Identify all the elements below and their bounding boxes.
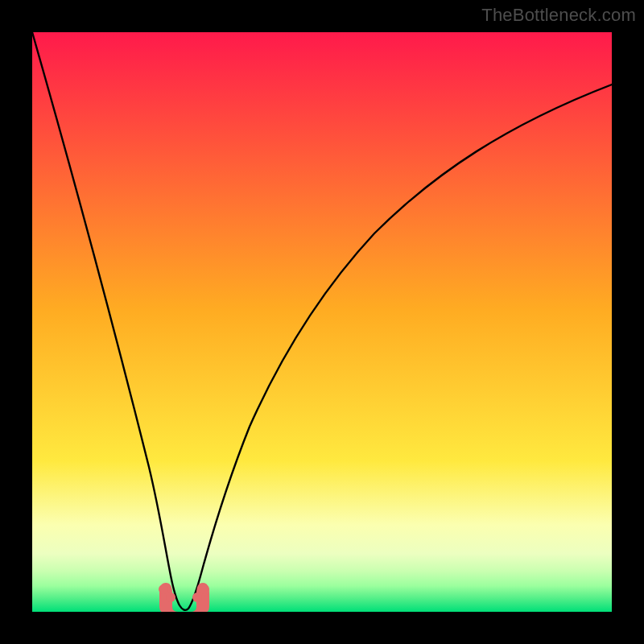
plot-area [32,32,612,612]
svg-point-1 [166,592,175,602]
watermark-text: TheBottleneck.com [481,5,636,26]
svg-point-2 [192,592,202,602]
chart-svg [32,32,612,612]
svg-point-3 [200,584,209,594]
chart-frame: TheBottleneck.com [0,0,644,644]
svg-point-0 [159,584,168,594]
gradient-background [32,32,612,612]
